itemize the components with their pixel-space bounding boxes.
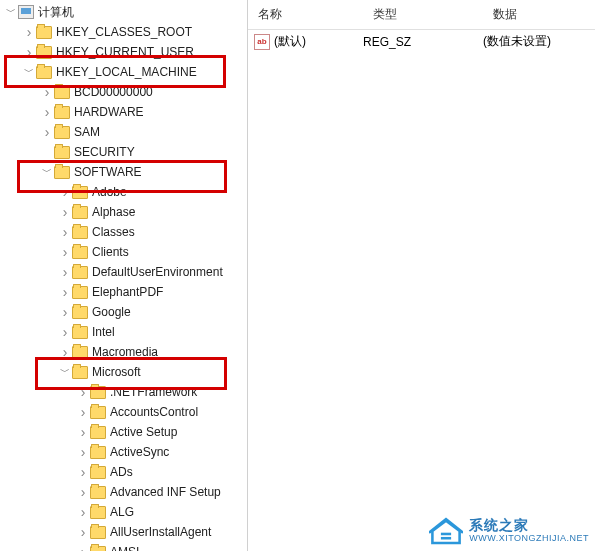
- chevron-right-icon[interactable]: ›: [76, 464, 90, 480]
- folder-icon: [54, 106, 70, 119]
- folder-icon: [90, 466, 106, 479]
- tree-item[interactable]: ﹀HKEY_LOCAL_MACHINE: [0, 62, 247, 82]
- folder-icon: [90, 486, 106, 499]
- tree-item-label: Google: [92, 305, 131, 319]
- tree-item-label: SOFTWARE: [74, 165, 142, 179]
- chevron-right-icon[interactable]: ›: [76, 484, 90, 500]
- tree-item[interactable]: ›Google: [0, 302, 247, 322]
- chevron-right-icon[interactable]: ›: [76, 544, 90, 551]
- column-header-name[interactable]: 名称: [248, 4, 363, 25]
- chevron-right-icon[interactable]: ›: [58, 244, 72, 260]
- tree-item-label: AllUserInstallAgent: [110, 525, 211, 539]
- chevron-right-icon[interactable]: ›: [76, 384, 90, 400]
- chevron-right-icon[interactable]: ›: [40, 124, 54, 140]
- chevron-right-icon[interactable]: ›: [58, 284, 72, 300]
- chevron-right-icon[interactable]: ›: [76, 424, 90, 440]
- tree-item[interactable]: ›ALG: [0, 502, 247, 522]
- chevron-right-icon[interactable]: ›: [76, 404, 90, 420]
- house-icon: [429, 517, 463, 545]
- folder-icon: [90, 546, 106, 552]
- folder-icon: [90, 526, 106, 539]
- tree-item[interactable]: ﹀SOFTWARE: [0, 162, 247, 182]
- watermark: 系统之家 WWW.XITONGZHIJIA.NET: [429, 517, 589, 545]
- folder-icon: [90, 446, 106, 459]
- tree-item[interactable]: ›ElephantPDF: [0, 282, 247, 302]
- chevron-right-icon[interactable]: ›: [76, 504, 90, 520]
- tree-item[interactable]: ›AMSI: [0, 542, 247, 551]
- tree-item[interactable]: ›Classes: [0, 222, 247, 242]
- tree-item-label: AccountsControl: [110, 405, 198, 419]
- chevron-down-icon[interactable]: ﹀: [40, 165, 54, 179]
- chevron-right-icon[interactable]: ›: [58, 184, 72, 200]
- tree-item-label: Macromedia: [92, 345, 158, 359]
- tree-item[interactable]: ›DefaultUserEnvironment: [0, 262, 247, 282]
- chevron-down-icon[interactable]: ﹀: [22, 65, 36, 79]
- chevron-right-icon[interactable]: ›: [58, 264, 72, 280]
- tree-item[interactable]: ›AllUserInstallAgent: [0, 522, 247, 542]
- tree-item[interactable]: ›Intel: [0, 322, 247, 342]
- chevron-right-icon[interactable]: ›: [76, 444, 90, 460]
- tree-item[interactable]: ›ActiveSync: [0, 442, 247, 462]
- chevron-right-icon[interactable]: ›: [58, 224, 72, 240]
- tree-panel: ﹀计算机›HKEY_CLASSES_ROOT›HKEY_CURRENT_USER…: [0, 0, 248, 551]
- tree-item-label: HKEY_CURRENT_USER: [56, 45, 194, 59]
- tree-item-label: .NETFramework: [110, 385, 197, 399]
- folder-icon: [54, 146, 70, 159]
- svg-rect-0: [441, 533, 451, 536]
- tree-item[interactable]: ﹀Microsoft: [0, 362, 247, 382]
- tree-item[interactable]: ›HKEY_CURRENT_USER: [0, 42, 247, 62]
- tree-item[interactable]: ›Adobe: [0, 182, 247, 202]
- tree-item[interactable]: SECURITY: [0, 142, 247, 162]
- tree-item-label: HARDWARE: [74, 105, 144, 119]
- tree-item-label: Clients: [92, 245, 129, 259]
- list-row[interactable]: ab(默认)REG_SZ(数值未设置): [248, 30, 595, 53]
- chevron-right-icon[interactable]: ›: [22, 44, 36, 60]
- tree-item[interactable]: ›Active Setup: [0, 422, 247, 442]
- chevron-right-icon[interactable]: ›: [58, 204, 72, 220]
- chevron-right-icon[interactable]: ›: [76, 524, 90, 540]
- tree-item[interactable]: ›HARDWARE: [0, 102, 247, 122]
- tree-item-label: SAM: [74, 125, 100, 139]
- chevron-right-icon[interactable]: ›: [40, 84, 54, 100]
- tree-item[interactable]: ›SAM: [0, 122, 247, 142]
- chevron-right-icon[interactable]: ›: [58, 324, 72, 340]
- chevron-down-icon[interactable]: ﹀: [58, 365, 72, 379]
- folder-icon: [72, 246, 88, 259]
- chevron-right-icon[interactable]: ›: [40, 104, 54, 120]
- tree-item-label: ALG: [110, 505, 134, 519]
- tree-item[interactable]: ﹀计算机: [0, 2, 247, 22]
- tree-item-label: HKEY_CLASSES_ROOT: [56, 25, 192, 39]
- tree-item[interactable]: ›HKEY_CLASSES_ROOT: [0, 22, 247, 42]
- tree-item-label: Alphase: [92, 205, 135, 219]
- tree-item-label: 计算机: [38, 4, 74, 21]
- chevron-right-icon[interactable]: ›: [22, 24, 36, 40]
- column-header-type[interactable]: 类型: [363, 4, 483, 25]
- folder-icon: [72, 206, 88, 219]
- tree-item[interactable]: ›AccountsControl: [0, 402, 247, 422]
- tree-item[interactable]: ›Advanced INF Setup: [0, 482, 247, 502]
- chevron-right-icon[interactable]: ›: [58, 304, 72, 320]
- tree-item[interactable]: ›BCD00000000: [0, 82, 247, 102]
- tree-item[interactable]: ›.NETFramework: [0, 382, 247, 402]
- tree-item-label: Microsoft: [92, 365, 141, 379]
- watermark-url: WWW.XITONGZHIJIA.NET: [469, 534, 589, 544]
- chevron-down-icon[interactable]: ﹀: [4, 5, 18, 19]
- value-type: REG_SZ: [363, 35, 483, 49]
- watermark-text: 系统之家 WWW.XITONGZHIJIA.NET: [469, 518, 589, 543]
- tree-item-label: DefaultUserEnvironment: [92, 265, 223, 279]
- tree-item-label: Active Setup: [110, 425, 177, 439]
- folder-icon: [36, 26, 52, 39]
- watermark-title: 系统之家: [469, 518, 589, 533]
- svg-rect-1: [441, 537, 451, 540]
- tree-item[interactable]: ›Macromedia: [0, 342, 247, 362]
- folder-icon: [36, 66, 52, 79]
- tree-item[interactable]: ›Alphase: [0, 202, 247, 222]
- tree-item[interactable]: ›ADs: [0, 462, 247, 482]
- tree-item-label: SECURITY: [74, 145, 135, 159]
- tree-item-label: ElephantPDF: [92, 285, 163, 299]
- folder-icon: [72, 266, 88, 279]
- folder-icon: [72, 346, 88, 359]
- tree-item[interactable]: ›Clients: [0, 242, 247, 262]
- column-header-data[interactable]: 数据: [483, 4, 595, 25]
- chevron-right-icon[interactable]: ›: [58, 344, 72, 360]
